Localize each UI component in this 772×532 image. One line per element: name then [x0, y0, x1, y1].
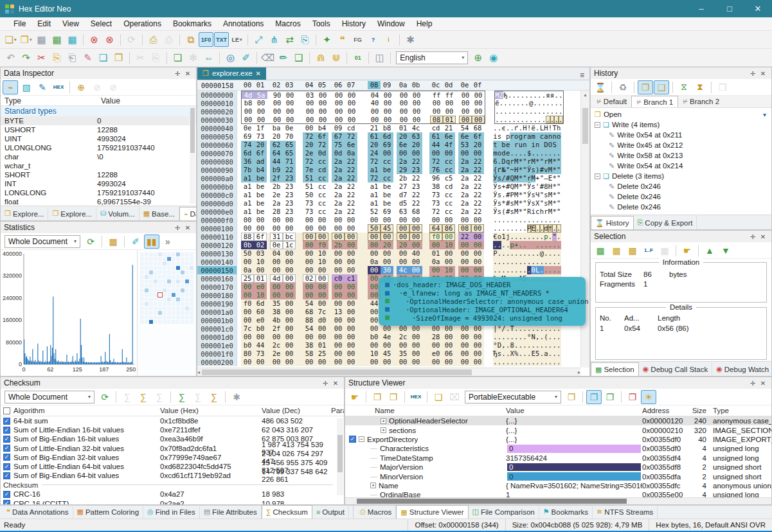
hand-select-icon[interactable]: ☛: [679, 244, 695, 258]
refresh-statistics-icon[interactable]: ⟳: [83, 235, 98, 249]
structure-row-TimeDateStamp[interactable]: TimeDateStamp31573564240x00355df44unsign…: [345, 454, 771, 463]
fit-to-window-icon[interactable]: ⤢: [251, 32, 266, 47]
history-item[interactable]: −❏Delete (3 items): [591, 171, 771, 181]
maximize-button[interactable]: □: [715, 0, 744, 17]
cut-icon[interactable]: ✂: [34, 50, 49, 65]
find-icon[interactable]: ◎: [223, 50, 238, 65]
menu-edit[interactable]: Edit: [31, 19, 57, 29]
hex-row-00000130[interactable]: 0000013050030400001000000000004001000000…: [197, 249, 589, 258]
inspector-row-char[interactable]: char\0: [1, 152, 196, 161]
save-special-icon[interactable]: ▦: [49, 32, 64, 47]
edit-pencil-icon[interactable]: ✎: [80, 50, 95, 65]
torch-icon[interactable]: ⌁: [3, 80, 18, 94]
color-map-icon[interactable]: ▧: [19, 80, 34, 94]
hex-values-toggle-icon[interactable]: HEX: [408, 390, 424, 404]
pin-icon[interactable]: ✛: [748, 233, 758, 240]
inspector-row-UINT[interactable]: UINT4993024: [1, 134, 196, 143]
checksum-scope-select[interactable]: Whole Document▾: [4, 391, 94, 403]
menu-help[interactable]: Help: [411, 19, 438, 29]
pin-icon[interactable]: ✛: [172, 70, 183, 77]
open-file-icon[interactable]: ❒▾: [19, 32, 33, 47]
hex-row-00000140[interactable]: 0000014000100000001000000a0000000a000000…: [197, 258, 589, 266]
edit-value-icon[interactable]: ✎: [35, 80, 50, 94]
pin-icon[interactable]: ✛: [748, 70, 758, 77]
menu-view[interactable]: View: [57, 19, 85, 29]
close-icon[interactable]: ✕: [330, 380, 341, 387]
link-views-icon[interactable]: ⧉: [183, 32, 198, 47]
copy-formatted-icon[interactable]: ❐: [111, 50, 126, 65]
settings-icon[interactable]: ✱: [403, 32, 418, 47]
expander-icon[interactable]: +: [381, 427, 386, 433]
insert-bytes-icon[interactable]: ❏: [170, 50, 185, 65]
checkbox-checked[interactable]: ✓: [3, 500, 10, 504]
unlock-icon[interactable]: ⋓: [328, 50, 343, 65]
edit-library-icon[interactable]: ❐: [564, 390, 579, 404]
history-item[interactable]: ✎Delete 0x246: [591, 191, 771, 202]
dock-tab-data-annotations[interactable]: ❝Data Annotations: [3, 505, 73, 519]
load-selection-icon[interactable]: ▼: [718, 244, 733, 258]
attach-structure-icon[interactable]: ❐: [370, 390, 385, 404]
menu-select[interactable]: Select: [85, 19, 118, 29]
hex-row-000001f0[interactable]: 000001f080732e005825000010453500e0060000…: [197, 350, 589, 358]
save-as-icon[interactable]: ▦: [65, 32, 80, 47]
checksum-row[interactable]: ✓64-bit sum0x1cf8bd8e486 063 502: [1, 416, 344, 425]
structure-row-OptionalHeaderSelector[interactable]: +OptionalHeaderSelector{...}0x0000012024…: [345, 416, 771, 425]
refresh-checksum-icon[interactable]: ⟳: [97, 390, 112, 404]
auto-sync-icon[interactable]: ❐: [586, 390, 602, 404]
close-button[interactable]: ✕: [744, 0, 772, 17]
hex-row-000000f0[interactable]: 000000f000000000000000000000000000000000…: [197, 216, 589, 224]
inspector-row-ULONGLONG[interactable]: ULONGLONG17592191037440: [1, 143, 196, 152]
little-endian-toggle-icon[interactable]: LE▾: [229, 32, 244, 47]
pin-icon[interactable]: ✛: [748, 380, 758, 387]
pencil-ruler-icon[interactable]: ✏: [276, 50, 291, 65]
hex-row-00000200[interactable]: 0000020000000000000000000000000000000000…: [197, 358, 589, 366]
history-item[interactable]: ✎Write 0x45 at 0x212: [591, 140, 771, 150]
menu-annotations[interactable]: Annotations: [217, 19, 269, 29]
copy-icon[interactable]: ⎘: [49, 50, 64, 65]
save-icon[interactable]: ▦: [34, 32, 49, 47]
history-item[interactable]: ✎Write 0x54 at 0x211: [591, 130, 771, 140]
run-macro-icon[interactable]: ⎙: [146, 32, 161, 47]
hex-row-000000b0[interactable]: 000000b0a1be2b2351cc2a22a1be272338cd2a22…: [197, 182, 589, 191]
edit-document-icon[interactable]: ❏: [96, 50, 111, 65]
dock-tab-volum-[interactable]: ⛁Volum...: [96, 207, 139, 220]
close-icon[interactable]: ✕: [183, 70, 193, 77]
bind-structure-icon[interactable]: ☛: [347, 390, 363, 404]
dock-tab-explore-[interactable]: ❒Explore...: [1, 207, 48, 220]
history-item[interactable]: −❏Write (4 items): [591, 120, 771, 130]
hex-row-00000010[interactable]: 00000010b8000000000000004000000000000000…: [197, 99, 589, 107]
dock-tab-debug-call-stack[interactable]: ◉Debug Call Stack: [639, 362, 712, 376]
branch-tab-default[interactable]: ⊬Default: [592, 96, 631, 107]
hex-row-00000110[interactable]: 00000110886f31bc0000000000000000f0002200…: [197, 233, 589, 241]
close-document-icon[interactable]: ⊗: [87, 32, 102, 47]
checksum-row[interactable]: ✓Sum of Little-Endian 16-bit values0xe72…: [1, 425, 344, 434]
checksum-row[interactable]: ✓CRC-16 (CCITT)0x2ae210 978: [1, 499, 344, 505]
invert-selection-icon[interactable]: ▩: [625, 244, 640, 258]
minimize-button[interactable]: –: [687, 0, 715, 17]
inspector-row-LONGLONG[interactable]: LONGLONG17592191037440: [1, 188, 196, 197]
horizontal-scrollbar[interactable]: ◂▸: [197, 368, 580, 376]
close-all-documents-icon[interactable]: ⊗: [102, 32, 117, 47]
statistics-scope-select[interactable]: Whole Document▾: [4, 235, 80, 248]
structure-row-MinorVersion[interactable]: MinorVersion00x00355dfa2unsigned short: [345, 472, 771, 481]
hex-row-00000100[interactable]: 0000010000000000000000005045000064860800…: [197, 224, 589, 233]
close-icon[interactable]: ✕: [758, 380, 768, 387]
close-icon[interactable]: ✕: [758, 233, 768, 240]
add-type-icon[interactable]: ⊕: [73, 80, 89, 94]
find-copies-icon[interactable]: ⎘: [298, 32, 312, 47]
inspector-row-float[interactable]: float6,99671554e-39: [1, 197, 196, 206]
panel-menu-icon[interactable]: ≡: [575, 71, 589, 80]
hex-row-00000120[interactable]: 000001200b020e1c00f02b000020200000100000…: [197, 241, 589, 249]
export-checksum-icon[interactable]: ∑: [136, 390, 151, 404]
language-user-icon[interactable]: ◉: [486, 50, 501, 65]
data-annotations-icon[interactable]: ❝: [335, 32, 350, 47]
binary-view-icon[interactable]: 01: [350, 50, 365, 65]
dock-tab-history[interactable]: ⌛History: [591, 216, 634, 229]
new-branch-icon[interactable]: ❑: [654, 80, 669, 94]
history-settings-icon[interactable]: ⌛: [593, 80, 608, 94]
text-display-toggle-icon[interactable]: TXT: [214, 32, 229, 47]
checksum-row[interactable]: ✓CRC-160x4a2718 983: [1, 490, 344, 499]
about-icon[interactable]: i: [381, 32, 396, 47]
history-item[interactable]: ✎Delete 0x246: [591, 181, 771, 191]
hex-row-000000e0[interactable]: 000000e0a1be282373cc2a225269636872cc2a22…: [197, 208, 589, 216]
